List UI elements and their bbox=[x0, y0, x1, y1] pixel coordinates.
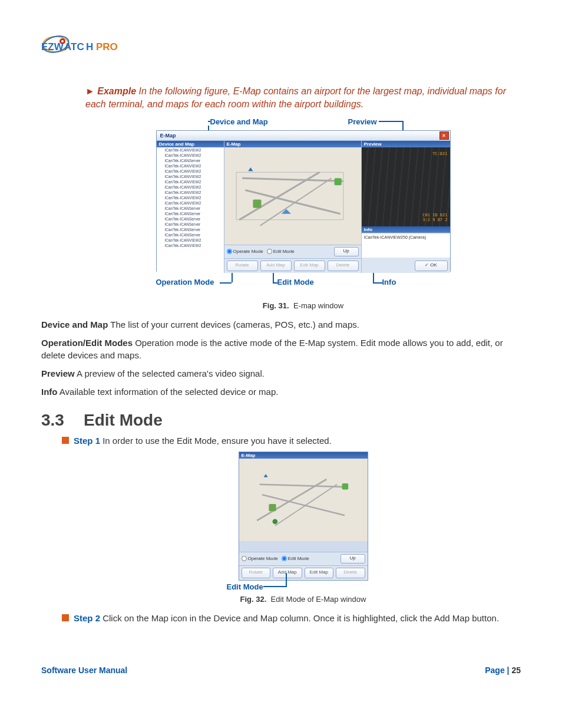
def-info: Info Available text information of the s… bbox=[41, 386, 521, 398]
device-list[interactable]: ICanTek-ICANVIEW2 ICanTek-ICANVIEW2 ICan… bbox=[157, 147, 224, 273]
list-item[interactable]: ICanTek-ICANServer bbox=[157, 206, 224, 211]
rotate-button[interactable]: Rotate bbox=[242, 568, 271, 578]
list-item[interactable]: ICanTek-ICANServer bbox=[157, 211, 224, 216]
map-area[interactable] bbox=[239, 459, 368, 541]
operate-mode-radio[interactable]: Operate Mode bbox=[242, 556, 278, 561]
list-item[interactable]: ICanTek-ICANServer bbox=[157, 232, 224, 238]
svg-text:ATC: ATC bbox=[64, 41, 84, 52]
callout-info: Info bbox=[382, 278, 396, 286]
up-button[interactable]: Up bbox=[334, 247, 359, 256]
example-text: ► Example In the following figure, E-Map… bbox=[85, 85, 521, 111]
info-text: ICanTek-ICANVIEW250 (Camera) bbox=[362, 234, 450, 258]
callout-operation-mode: Operation Mode bbox=[156, 278, 214, 286]
def-preview: Preview A preview of the selected camera… bbox=[41, 367, 521, 380]
preview-tc: TC:821 bbox=[432, 152, 447, 157]
step-1: Step 1 In order to use the Edit Mode, en… bbox=[62, 434, 521, 447]
callout-edit-mode-32: Edit Mode bbox=[227, 582, 263, 591]
rotate-button[interactable]: Rotate bbox=[227, 261, 258, 271]
window-title: E-Map bbox=[158, 133, 176, 139]
bullet-icon bbox=[62, 437, 69, 444]
add-map-button[interactable]: Add Map bbox=[260, 261, 292, 271]
list-item[interactable]: ICanTek-ICANVIEW2 bbox=[157, 243, 224, 248]
add-map-button[interactable]: Add Map bbox=[273, 568, 302, 578]
footer-page: Page | 25 bbox=[485, 666, 521, 675]
edit-map-button[interactable]: Edit Map bbox=[294, 261, 325, 271]
up-button[interactable]: Up bbox=[340, 554, 365, 564]
emap-panel-header: E-Map bbox=[239, 452, 368, 459]
list-item[interactable]: ICanTek-ICANVIEW2 bbox=[157, 153, 224, 158]
svg-rect-14 bbox=[334, 178, 341, 185]
ok-button[interactable]: OK bbox=[415, 261, 448, 271]
list-item[interactable]: ICanTek-ICANServer bbox=[157, 158, 224, 163]
figure-31-caption: Fig. 31. E-map window bbox=[85, 301, 521, 310]
svg-rect-20 bbox=[269, 504, 276, 511]
mode-bar: Operate Mode Edit Mode Up bbox=[224, 245, 361, 259]
svg-text:PRO: PRO bbox=[96, 41, 118, 52]
figure-32-caption: Fig. 32. Edit Mode of E-Map window bbox=[85, 595, 521, 604]
list-item[interactable]: ICanTek-ICANServer bbox=[157, 216, 224, 222]
svg-rect-22 bbox=[342, 483, 348, 490]
titlebar: E-Map × bbox=[157, 131, 450, 141]
list-item[interactable]: ICanTek-ICANVIEW2 bbox=[157, 238, 224, 243]
edit-mode-radio[interactable]: Edit Mode bbox=[282, 556, 309, 561]
step-2: Step 2 Click on the Map icon in the Devi… bbox=[62, 612, 521, 624]
section-heading: 3.3Edit Mode bbox=[41, 411, 521, 430]
edit-map-button[interactable]: Edit Map bbox=[305, 568, 334, 578]
emap-window: E-Map × Device and Map ICanTek-ICANVIEW2… bbox=[156, 130, 451, 272]
list-item[interactable]: ICanTek-ICANVIEW2 bbox=[157, 185, 224, 190]
delete-button[interactable]: Delete bbox=[336, 568, 365, 578]
emap-panel-header: E-Map bbox=[224, 141, 361, 147]
emap-edit-window: E-Map Operate M bbox=[239, 452, 368, 581]
list-item[interactable]: ICanTek-ICANServer bbox=[157, 222, 224, 227]
list-item[interactable]: ICanTek-ICANVIEW2 bbox=[157, 163, 224, 169]
list-item[interactable]: ICanTek-ICANVIEW2 bbox=[157, 195, 224, 200]
svg-text:H: H bbox=[86, 41, 93, 52]
svg-rect-13 bbox=[253, 199, 261, 207]
preview-area: TC:821 CH1 ID 821 3:2 9 87 2 bbox=[362, 147, 450, 226]
list-item[interactable]: ICanTek-ICANVIEW2 bbox=[157, 190, 224, 195]
list-item[interactable]: ICanTek-ICANVIEW2 bbox=[157, 179, 224, 185]
svg-text:EZW: EZW bbox=[41, 41, 64, 52]
logo: EZW ATC H PRO bbox=[41, 29, 521, 61]
mode-bar: Operate Mode Edit Mode Up bbox=[239, 552, 368, 566]
svg-rect-8 bbox=[224, 149, 361, 243]
preview-line2: 3:2 9 87 2 bbox=[422, 218, 447, 223]
close-icon[interactable]: × bbox=[439, 131, 449, 140]
operate-mode-radio[interactable]: Operate Mode bbox=[227, 249, 263, 254]
def-operation-edit: Operation/Edit Modes Operation mode is t… bbox=[41, 337, 521, 361]
map-area[interactable] bbox=[224, 147, 361, 245]
figure-32: E-Map Operate M bbox=[227, 452, 380, 581]
preview-panel-header: Preview bbox=[362, 141, 450, 147]
list-item[interactable]: ICanTek-ICANVIEW2 bbox=[157, 200, 224, 206]
list-item[interactable]: ICanTek-ICANServer bbox=[157, 227, 224, 232]
list-item[interactable]: ICanTek-ICANVIEW2 bbox=[157, 147, 224, 153]
info-panel-header: Info bbox=[362, 226, 450, 233]
callout-preview: Preview bbox=[348, 117, 377, 126]
list-item[interactable]: ICanTek-ICANVIEW2 bbox=[157, 169, 224, 174]
svg-point-21 bbox=[272, 519, 277, 524]
callout-edit-mode: Edit Mode bbox=[277, 278, 314, 286]
edit-mode-radio[interactable]: Edit Mode bbox=[267, 249, 295, 254]
footer-title: Software User Manual bbox=[41, 666, 127, 675]
figure-31: Device and Map Preview Operation Mode Ed… bbox=[156, 118, 451, 295]
delete-button[interactable]: Delete bbox=[328, 261, 359, 271]
callout-device-and-map: Device and Map bbox=[210, 117, 268, 126]
def-device-and-map: Device and Map The list of your current … bbox=[41, 318, 521, 331]
svg-rect-15 bbox=[244, 459, 362, 541]
device-panel-header: Device and Map bbox=[157, 141, 224, 147]
page-footer: Software User Manual Page | 25 bbox=[41, 666, 521, 675]
list-item[interactable]: ICanTek-ICANVIEW2 bbox=[157, 174, 224, 179]
bullet-icon bbox=[62, 614, 69, 621]
